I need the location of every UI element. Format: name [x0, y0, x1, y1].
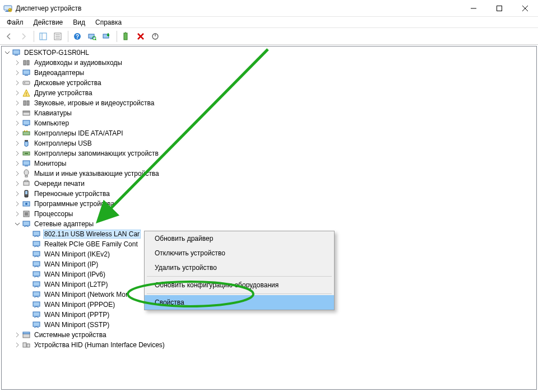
- scan-hardware-button[interactable]: [85, 30, 99, 43]
- tree-category[interactable]: Аудиовходы и аудиовыходы: [2, 58, 536, 68]
- svg-rect-42: [26, 130, 27, 132]
- chevron-right-icon[interactable]: [14, 160, 21, 167]
- svg-rect-46: [23, 161, 30, 165]
- tree-category[interactable]: Звуковые, игровые и видеоустройства: [2, 98, 536, 108]
- chevron-right-icon[interactable]: [14, 130, 21, 137]
- tree-category-label: Программные устройства: [33, 199, 115, 208]
- close-button[interactable]: [512, 0, 538, 17]
- chevron-right-icon[interactable]: [14, 59, 21, 66]
- tree-category[interactable]: Мыши и иные указывающие устройства: [2, 169, 536, 179]
- category-icon: [22, 330, 31, 339]
- svg-rect-60: [33, 241, 40, 246]
- chevron-down-icon[interactable]: [4, 49, 11, 56]
- tree-category[interactable]: Клавиатуры: [2, 108, 536, 118]
- chevron-right-icon[interactable]: [14, 211, 21, 217]
- chevron-right-icon[interactable]: [14, 69, 21, 76]
- svg-rect-53: [25, 191, 27, 194]
- chevron-right-icon[interactable]: [14, 190, 21, 197]
- tree-category-label: Другие устройства: [33, 88, 94, 97]
- tree-device[interactable]: WAN Miniport (SSTP): [2, 320, 536, 330]
- chevron-right-icon[interactable]: [14, 200, 21, 207]
- tree-category[interactable]: Мониторы: [2, 158, 536, 169]
- context-scan-hardware[interactable]: Обновить конфигурацию оборудования: [145, 278, 334, 292]
- title-bar: Диспетчер устройств: [0, 0, 538, 17]
- tree-category[interactable]: Программные устройства: [2, 199, 536, 209]
- disable-device-button[interactable]: [149, 30, 162, 43]
- svg-rect-50: [24, 181, 29, 185]
- forward-button[interactable]: [17, 30, 30, 43]
- svg-rect-16: [89, 34, 94, 38]
- chevron-right-icon[interactable]: [14, 180, 21, 187]
- svg-rect-38: [23, 120, 30, 125]
- chevron-right-icon[interactable]: [14, 100, 21, 106]
- update-driver-button[interactable]: [100, 30, 113, 43]
- device-tree-panel: DESKTOP-G1SR0HL Аудиовходы и аудиовыходы…: [1, 46, 537, 390]
- tree-device-label: WAN Miniport (L2TP): [43, 280, 109, 289]
- chevron-right-icon[interactable]: [14, 80, 21, 86]
- tree-category[interactable]: Переносные устройства: [2, 189, 536, 199]
- network-adapter-icon: [32, 290, 41, 299]
- tree-category[interactable]: !Другие устройства: [2, 88, 536, 98]
- help-button[interactable]: ?: [71, 30, 84, 43]
- maximize-button[interactable]: [486, 0, 512, 17]
- tree-category[interactable]: Процессоры: [2, 209, 536, 219]
- tree-category-network-adapters[interactable]: Сетевые адаптеры: [2, 219, 536, 229]
- tree-category[interactable]: Дисковые устройства: [2, 78, 536, 88]
- tree-root[interactable]: DESKTOP-G1SR0HL: [2, 48, 536, 58]
- chevron-right-icon[interactable]: [14, 332, 21, 338]
- back-button[interactable]: [2, 30, 16, 43]
- context-uninstall-device[interactable]: Удалить устройство: [145, 260, 334, 275]
- tree-category[interactable]: Устройства HID (Human Interface Devices): [2, 340, 536, 350]
- category-icon: [22, 179, 31, 188]
- svg-rect-57: [25, 212, 28, 216]
- category-icon: [22, 159, 31, 168]
- chevron-right-icon[interactable]: [14, 110, 21, 116]
- chevron-down-icon[interactable]: [14, 221, 21, 227]
- context-properties[interactable]: Свойства: [145, 295, 334, 310]
- network-adapter-icon: [32, 250, 41, 259]
- menu-help[interactable]: Справка: [91, 17, 126, 27]
- category-icon: [22, 129, 31, 138]
- tree-category-label: Аудиовходы и аудиовыходы: [33, 58, 123, 67]
- tree-category-label: Мониторы: [33, 159, 67, 168]
- menu-view[interactable]: Вид: [68, 17, 90, 27]
- show-hide-console-tree-button[interactable]: [36, 30, 50, 43]
- chevron-right-icon[interactable]: [14, 120, 21, 127]
- uninstall-device-button[interactable]: [134, 30, 147, 43]
- svg-rect-31: [23, 81, 30, 85]
- category-icon: [22, 109, 31, 118]
- network-adapter-icon: [32, 240, 41, 249]
- tree-category[interactable]: Компьютер: [2, 118, 536, 128]
- chevron-right-icon[interactable]: [14, 140, 21, 147]
- tree-category-label: Дисковые устройства: [33, 78, 103, 87]
- menu-action[interactable]: Действие: [29, 17, 68, 27]
- tree-device[interactable]: WAN Miniport (PPTP): [2, 310, 536, 320]
- menu-file[interactable]: Файл: [2, 17, 28, 27]
- enable-device-button[interactable]: [119, 30, 133, 43]
- tree-category[interactable]: Контроллеры запоминающих устройств: [2, 148, 536, 158]
- tree-category[interactable]: Системные устройства: [2, 330, 536, 340]
- category-icon: [22, 209, 31, 218]
- context-disable-device[interactable]: Отключить устройство: [145, 246, 334, 260]
- context-separator: [147, 293, 332, 294]
- tree-category[interactable]: Видеоадаптеры: [2, 68, 536, 78]
- chevron-right-icon[interactable]: [14, 342, 21, 348]
- tree-category[interactable]: Контроллеры USB: [2, 138, 536, 148]
- tree-category[interactable]: Контроллеры IDE ATA/ATAPI: [2, 128, 536, 138]
- chevron-right-icon[interactable]: [14, 150, 21, 157]
- svg-rect-27: [24, 60, 26, 65]
- toolbar-separator: [34, 31, 34, 42]
- tree-category[interactable]: Очереди печати: [2, 179, 536, 189]
- svg-point-48: [24, 170, 29, 175]
- minimize-button[interactable]: [461, 0, 486, 17]
- svg-rect-17: [90, 39, 92, 39]
- toolbar: ?: [0, 28, 538, 45]
- chevron-right-icon[interactable]: [14, 170, 21, 177]
- chevron-right-icon[interactable]: [14, 90, 21, 96]
- svg-rect-8: [40, 33, 47, 40]
- context-update-driver[interactable]: Обновить драйвер: [145, 231, 334, 246]
- svg-rect-65: [33, 292, 40, 296]
- properties-button[interactable]: [51, 30, 64, 43]
- svg-rect-45: [25, 153, 28, 154]
- svg-rect-30: [25, 75, 28, 76]
